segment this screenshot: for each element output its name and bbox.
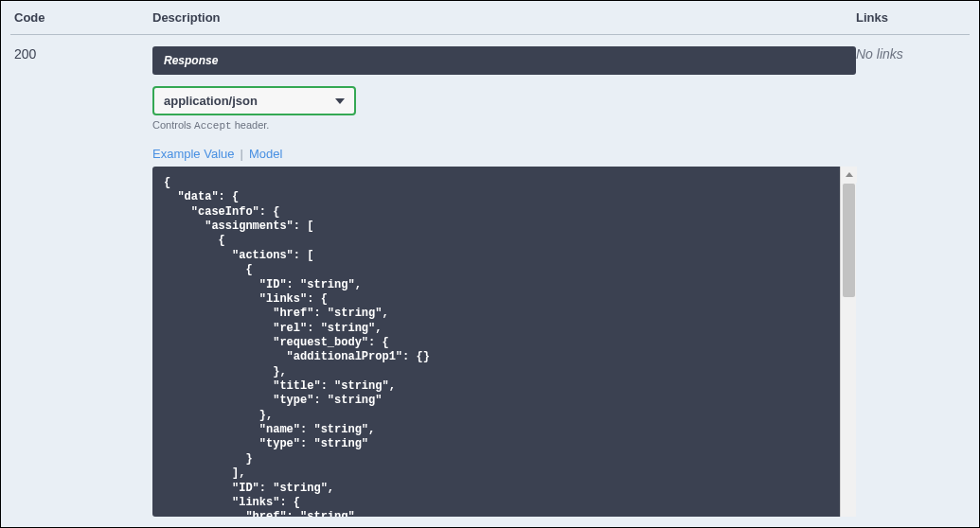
response-banner: Response <box>152 46 856 75</box>
scrollbar-arrow-up[interactable] <box>841 167 857 183</box>
chevron-down-icon <box>335 98 345 104</box>
scrollbar[interactable] <box>840 167 856 517</box>
json-example[interactable]: { "data": { "caseInfo": { "assignments":… <box>152 167 856 517</box>
accept-header-hint: Controls Accept header. <box>152 119 856 132</box>
description-cell: Response application/json Controls Accep… <box>152 46 856 517</box>
content-type-select[interactable]: application/json <box>152 86 356 115</box>
example-code-block: { "data": { "caseInfo": { "assignments":… <box>152 167 856 517</box>
scrollbar-thumb[interactable] <box>843 184 855 297</box>
tab-model[interactable]: Model <box>249 147 282 161</box>
links-value: No links <box>856 46 970 517</box>
tab-separator: | <box>240 147 242 161</box>
content-type-selected: application/json <box>164 94 258 108</box>
code-value: 200 <box>10 46 152 517</box>
tab-example-value[interactable]: Example Value <box>152 147 234 161</box>
example-model-tabs: Example Value | Model <box>152 147 856 161</box>
header-links: Links <box>856 10 970 25</box>
response-table-header: Code Description Links <box>10 1 970 35</box>
header-code: Code <box>10 10 152 25</box>
response-row: 200 Response application/json Controls A… <box>10 35 970 517</box>
header-description: Description <box>152 10 856 25</box>
